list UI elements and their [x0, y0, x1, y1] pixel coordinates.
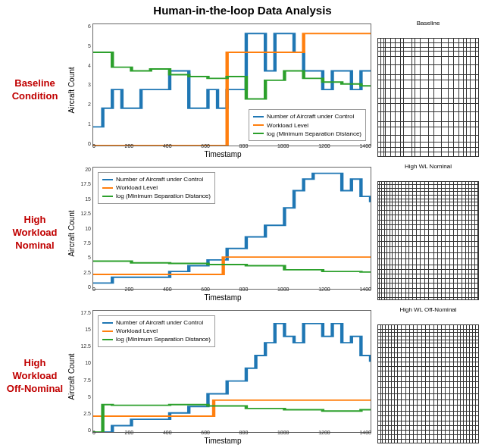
swatch-icon — [253, 124, 264, 126]
legend-item-workload: Workload Level — [102, 183, 211, 192]
grid-chart-wrap: Baseline — [374, 20, 482, 160]
y-ticks: 0123456 — [80, 23, 91, 146]
y-ticks: 02.557.51012.51517.5 — [80, 310, 91, 433]
legend: Number of Aircraft under ControlWorkload… — [98, 172, 215, 204]
grid-chart-title: High WL Nominal — [374, 163, 482, 170]
y-axis-label: Aircraft Count — [67, 353, 76, 399]
legend: Number of Aircraft under ControlWorkload… — [249, 109, 366, 141]
grid-chart-wrap: High WL Nominal — [374, 163, 482, 303]
x-ticks: 0200400600800100012001400 — [92, 287, 371, 294]
line-chart-wrap: Number of Aircraft under ControlWorkload… — [71, 306, 374, 446]
line-chart-wrap: Number of Aircraft under ControlWorkload… — [71, 20, 374, 160]
legend-item-aircraft: Number of Aircraft under Control — [253, 112, 361, 121]
swatch-icon — [253, 133, 264, 134]
legend-item-aircraft: Number of Aircraft under Control — [102, 318, 211, 327]
swatch-icon — [102, 339, 113, 340]
line-chart: Number of Aircraft under ControlWorkload… — [92, 167, 371, 290]
y-axis-label: Aircraft Count — [67, 210, 76, 256]
legend-item-aircraft: Number of Aircraft under Control — [102, 175, 211, 183]
swatch-icon — [253, 116, 264, 117]
line-chart-wrap: Number of Aircraft under ControlWorkload… — [71, 163, 374, 303]
swatch-icon — [102, 331, 113, 332]
page: Human-in-the-loop Data Analysis Baseline… — [0, 0, 485, 448]
chart-row: BaselineConditionNumber of Aircraft unde… — [0, 18, 485, 161]
grid-chart-wrap: High WL Off-Nominal — [374, 306, 482, 446]
line-chart: Number of Aircraft under ControlWorkload… — [92, 23, 371, 146]
line-chart: Number of Aircraft under ControlWorkload… — [92, 310, 371, 433]
swatch-icon — [102, 196, 113, 197]
x-ticks: 0200400600800100012001400 — [92, 430, 371, 437]
grid-chart — [377, 324, 479, 443]
x-axis-label: Timestamp — [204, 150, 241, 158]
x-axis-label: Timestamp — [204, 293, 241, 302]
row-label: HighWorkloadOff-Nominal — [3, 306, 71, 446]
legend-item-logsep: log (Minimum Separation Distance) — [102, 335, 211, 343]
y-ticks: 02.557.51012.51517.520 — [80, 167, 91, 290]
grid-chart — [377, 38, 479, 157]
y-axis-label: Aircraft Count — [67, 67, 76, 113]
chart-row: HighWorkloadNominalNumber of Aircraft un… — [0, 161, 485, 305]
row-label: HighWorkloadNominal — [3, 163, 71, 303]
grid-chart — [377, 181, 479, 300]
main-title: Human-in-the-loop Data Analysis — [0, 0, 485, 18]
legend-item-logsep: log (Minimum Separation Distance) — [253, 130, 361, 138]
legend-item-logsep: log (Minimum Separation Distance) — [102, 192, 211, 200]
grid-chart-title: Baseline — [374, 20, 482, 27]
x-axis-label: Timestamp — [204, 437, 241, 445]
swatch-icon — [102, 322, 113, 324]
legend-item-workload: Workload Level — [102, 327, 211, 335]
legend: Number of Aircraft under ControlWorkload… — [98, 315, 215, 347]
rows-container: BaselineConditionNumber of Aircraft unde… — [0, 18, 485, 448]
row-label: BaselineCondition — [3, 20, 71, 160]
x-ticks: 0200400600800100012001400 — [92, 143, 371, 151]
grid-chart-title: High WL Off-Nominal — [374, 306, 482, 313]
chart-row: HighWorkloadOff-NominalNumber of Aircraf… — [0, 305, 485, 448]
legend-item-workload: Workload Level — [253, 121, 361, 130]
swatch-icon — [102, 187, 113, 189]
swatch-icon — [102, 179, 113, 180]
